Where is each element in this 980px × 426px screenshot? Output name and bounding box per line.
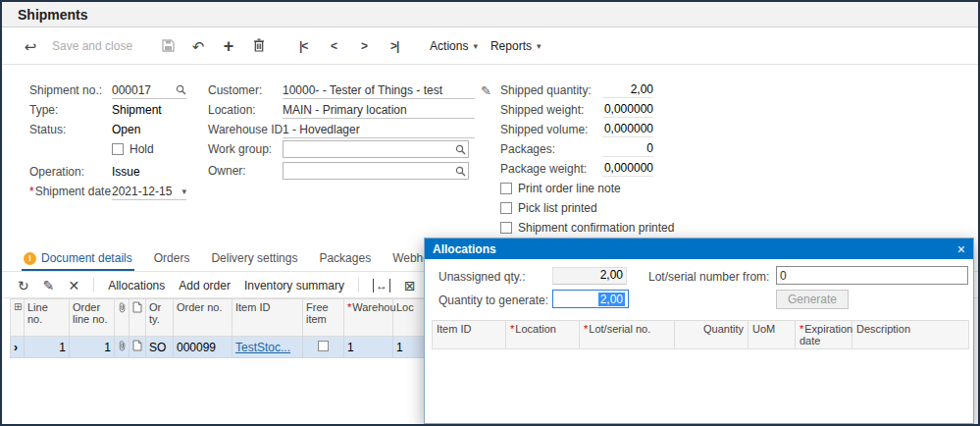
allocations-dialog-header[interactable]: Allocations × bbox=[425, 239, 973, 259]
shipment-no-label: Shipment no.: bbox=[29, 83, 112, 97]
note-icon[interactable] bbox=[129, 337, 146, 358]
paperclip-icon[interactable] bbox=[115, 299, 129, 337]
customer-label: Customer: bbox=[208, 83, 283, 97]
location-input[interactable]: MAIN - Primary location bbox=[283, 102, 475, 119]
shipment-confirmation-printed-checkbox[interactable] bbox=[500, 222, 512, 234]
column-header-order-line-no[interactable]: Order line no. bbox=[70, 299, 115, 337]
add-record-icon[interactable]: + bbox=[220, 37, 237, 55]
lot-serial-from-input[interactable]: 0 bbox=[776, 266, 968, 285]
back-icon[interactable]: ↩ bbox=[22, 39, 39, 54]
customer-input[interactable]: 10000- - Tester of Things - test bbox=[283, 82, 475, 99]
table-row[interactable]: › 1 1 SO 000099 TestStoc... 1 1 bbox=[11, 337, 452, 358]
title-bar: Shipments bbox=[2, 2, 978, 27]
inventory-summary-button[interactable]: Inventory summary bbox=[244, 279, 344, 293]
column-header-free-item[interactable]: Free item bbox=[303, 299, 344, 337]
work-group-input[interactable] bbox=[283, 140, 469, 158]
undo-icon[interactable]: ↶ bbox=[189, 39, 207, 54]
previous-record-icon[interactable]: < bbox=[325, 40, 342, 52]
calendar-dropdown-icon[interactable]: ▾ bbox=[181, 186, 186, 196]
row-selector-icon[interactable]: › bbox=[11, 337, 25, 358]
page-title: Shipments bbox=[18, 7, 88, 23]
allocations-dialog: Allocations × Unassigned qty.: 2,00 Lot/… bbox=[424, 238, 974, 424]
dialog-title: Allocations bbox=[433, 242, 957, 256]
save-and-close-button[interactable]: Save and close bbox=[52, 40, 132, 52]
column-header-warehouse[interactable]: *Warehou bbox=[344, 299, 393, 337]
reports-menu[interactable]: Reports ▾ bbox=[490, 39, 542, 53]
owner-label: Owner: bbox=[208, 164, 283, 178]
pick-list-printed-checkbox[interactable] bbox=[500, 202, 512, 214]
search-icon[interactable] bbox=[455, 144, 466, 155]
generate-button[interactable]: Generate bbox=[776, 290, 849, 309]
cell-order-type[interactable]: SO bbox=[146, 337, 174, 358]
chevron-down-icon: ▾ bbox=[537, 41, 542, 51]
tab-document-details[interactable]: ! Document details bbox=[22, 247, 134, 271]
export-to-excel-icon[interactable]: ⊠ bbox=[404, 278, 416, 293]
search-icon[interactable] bbox=[176, 84, 186, 95]
tab-packages[interactable]: Packages bbox=[317, 247, 373, 271]
work-group-label: Work group: bbox=[208, 142, 283, 156]
owner-input[interactable] bbox=[283, 162, 469, 180]
quantity-to-generate-input[interactable]: 2,00 bbox=[552, 290, 629, 308]
column-header-quantity[interactable]: Quantity bbox=[675, 321, 748, 349]
add-order-button[interactable]: Add order bbox=[179, 279, 231, 293]
grid-settings-icon[interactable]: ⊞ bbox=[11, 299, 25, 337]
reports-menu-label: Reports bbox=[490, 39, 532, 53]
last-record-icon[interactable]: >| bbox=[386, 40, 403, 52]
first-record-icon[interactable]: |< bbox=[294, 40, 312, 52]
fit-width-icon[interactable]: ↔ bbox=[373, 279, 390, 293]
column-header-item-id[interactable]: Item ID bbox=[433, 321, 506, 349]
item-id-link[interactable]: TestStoc... bbox=[235, 341, 290, 354]
status-label: Status: bbox=[29, 123, 112, 136]
next-record-icon[interactable]: > bbox=[355, 40, 373, 52]
free-item-checkbox[interactable] bbox=[318, 341, 329, 351]
shipped-volume-label: Shipped volume: bbox=[500, 123, 602, 136]
toolbar-separator bbox=[358, 278, 359, 293]
tab-delivery-settings[interactable]: Delivery settings bbox=[209, 247, 299, 271]
summary-form: Shipment no.: 000017 Type: Shipment Stat… bbox=[2, 65, 978, 247]
unassigned-qty-label: Unassigned qty.: bbox=[438, 270, 526, 284]
delete-row-icon[interactable]: ✕ bbox=[68, 278, 79, 293]
shipment-no-input[interactable]: 000017 bbox=[112, 82, 186, 99]
actions-menu-label: Actions bbox=[430, 39, 468, 53]
location-label: Location: bbox=[208, 103, 283, 117]
column-header-line-no[interactable]: Line no. bbox=[25, 299, 70, 337]
print-order-line-note-checkbox[interactable] bbox=[500, 183, 512, 194]
allocations-grid: Item ID *Location *Lot/serial no. Quanti… bbox=[432, 320, 969, 349]
column-header-description[interactable]: Description bbox=[852, 321, 969, 349]
column-header-lot-serial-no[interactable]: *Lot/serial no. bbox=[580, 321, 675, 349]
hold-checkbox[interactable] bbox=[112, 143, 124, 155]
column-header-location[interactable]: *Location bbox=[506, 321, 580, 349]
close-icon[interactable]: × bbox=[957, 242, 965, 256]
allocations-button[interactable]: Allocations bbox=[108, 279, 165, 293]
warehouse-id-input[interactable]: 1 - Hovedlager bbox=[283, 122, 475, 138]
column-header-order-type[interactable]: Or ty. bbox=[146, 299, 174, 337]
shipped-quantity-label: Shipped quantity: bbox=[500, 83, 602, 97]
form-column-left: Shipment no.: 000017 Type: Shipment Stat… bbox=[29, 80, 206, 201]
cell-order-no[interactable]: 000099 bbox=[174, 337, 232, 358]
type-value: Shipment bbox=[112, 103, 162, 117]
search-icon[interactable] bbox=[455, 166, 466, 177]
edit-customer-icon[interactable]: ✎ bbox=[481, 83, 491, 98]
main-toolbar: ↩ Save and close ↶ + |< < > >| Actions ▾… bbox=[2, 28, 978, 65]
refresh-icon[interactable]: ↻ bbox=[18, 278, 29, 293]
packages-label: Packages: bbox=[500, 142, 602, 156]
edit-row-icon[interactable]: ✎ bbox=[43, 278, 55, 293]
note-icon[interactable] bbox=[129, 299, 146, 337]
warning-icon: ! bbox=[24, 252, 36, 265]
save-icon[interactable] bbox=[159, 39, 177, 54]
package-weight-value: 0,000000 bbox=[602, 161, 653, 177]
actions-menu[interactable]: Actions ▾ bbox=[430, 39, 478, 53]
cell-order-line-no[interactable]: 1 bbox=[70, 337, 115, 358]
operation-label: Operation: bbox=[29, 165, 112, 179]
cell-line-no[interactable]: 1 bbox=[25, 337, 70, 358]
column-header-item-id[interactable]: Item ID bbox=[232, 299, 303, 337]
paperclip-icon[interactable] bbox=[115, 337, 129, 358]
shipment-date-input[interactable]: 2021-12-15 ▾ bbox=[112, 184, 186, 200]
delete-record-icon[interactable] bbox=[250, 38, 268, 54]
column-header-order-no[interactable]: Order no. bbox=[174, 299, 232, 337]
tab-orders[interactable]: Orders bbox=[152, 247, 192, 271]
warehouse-id-label: Warehouse ID: bbox=[208, 123, 283, 136]
cell-warehouse[interactable]: 1 bbox=[344, 337, 393, 358]
column-header-uom[interactable]: UoM bbox=[748, 321, 796, 349]
column-header-expiration-date[interactable]: *Expiration date bbox=[796, 321, 852, 349]
